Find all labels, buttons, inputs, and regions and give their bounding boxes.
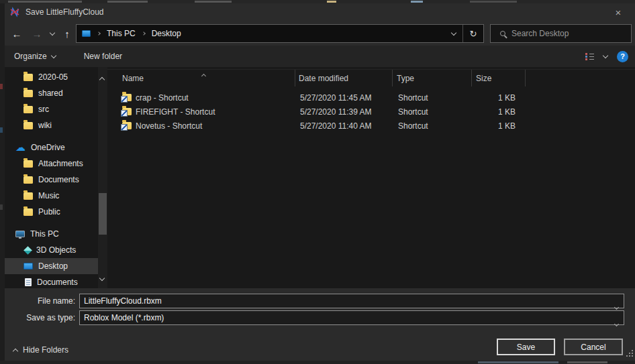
column-divider[interactable] [525, 70, 526, 86]
cancel-button[interactable]: Cancel [564, 339, 623, 355]
sidebar-scrollbar[interactable] [98, 67, 107, 288]
sidebar-item-attachments[interactable]: Attachments [5, 156, 99, 172]
breadcrumb-this-pc[interactable]: This PC [103, 29, 140, 38]
column-header-type[interactable]: Type [397, 70, 414, 86]
folder-icon [23, 176, 33, 184]
new-folder-label: New folder [84, 52, 122, 61]
screen: Save LittleFluffyCloud × ← → ↑ This PC D… [0, 0, 635, 364]
breadcrumb-desktop[interactable]: Desktop [148, 29, 185, 38]
search-box[interactable] [490, 24, 632, 43]
sidebar-item-documents[interactable]: Documents [5, 274, 99, 288]
address-row: ← → ↑ This PC Desktop ↻ [5, 21, 635, 46]
column-header-size[interactable]: Size [476, 70, 491, 86]
forward-button[interactable]: → [28, 25, 46, 42]
address-dropdown-chevron[interactable] [445, 25, 462, 42]
new-folder-button[interactable]: New folder [84, 52, 122, 61]
file-row[interactable]: FIREFIGHT - Shortcut5/27/2020 11:39 AMSh… [107, 105, 635, 119]
scroll-down-icon[interactable] [100, 271, 104, 283]
folder-icon [23, 160, 33, 168]
background-app-left-strip [0, 3, 5, 361]
up-button[interactable]: ↑ [58, 25, 76, 42]
size-cell: 1 KB [471, 105, 516, 119]
organize-button[interactable]: Organize [14, 52, 56, 61]
shortcut-file-icon [122, 90, 132, 105]
address-bar[interactable]: This PC Desktop ↻ [76, 24, 484, 43]
bottom-panel: File name: Save as type: Roblox Model (*… [5, 288, 635, 361]
folder-icon [23, 106, 33, 113]
close-button[interactable]: × [607, 3, 630, 21]
scrollbar-thumb[interactable] [99, 193, 107, 235]
sidebar-item-label: Documents [37, 278, 78, 287]
file-name-cell: FIREFIGHT - Shortcut [136, 105, 215, 119]
column-divider[interactable] [471, 70, 472, 86]
sidebar-item-2020-05[interactable]: 2020-05 [5, 69, 99, 85]
file-name-input[interactable] [80, 296, 597, 306]
save-file-dialog: Save LittleFluffyCloud × ← → ↑ This PC D… [5, 3, 635, 361]
folder-icon [23, 90, 33, 97]
sidebar-item-label: wiki [38, 121, 52, 130]
column-divider[interactable] [392, 70, 393, 86]
type-cell: Shortcut [398, 105, 428, 119]
column-header-name[interactable]: Name [122, 70, 144, 86]
view-options-chevron[interactable] [603, 52, 608, 58]
sidebar-item-this-pc[interactable]: This PC [5, 226, 99, 242]
chevron-down-icon [50, 52, 56, 58]
sidebar-item-label: 3D Objects [36, 245, 76, 255]
shortcut-icon [122, 108, 132, 115]
sidebar-item-label: src [38, 105, 49, 114]
chevron-up-icon [13, 349, 18, 354]
novetus-app-icon [9, 7, 20, 17]
sidebar-item-label: Desktop [38, 261, 68, 271]
sidebar-item-desktop[interactable]: Desktop [5, 258, 99, 274]
size-cell: 1 KB [471, 119, 516, 133]
search-icon [500, 31, 505, 36]
dialog-title: Save LittleFluffyCloud [26, 7, 104, 17]
sidebar-item-wiki[interactable]: wiki [5, 117, 99, 133]
organize-label: Organize [14, 52, 47, 61]
help-icon[interactable]: ? [617, 51, 628, 62]
file-row[interactable]: crap - Shortcut5/27/2020 11:45 AMShortcu… [107, 90, 635, 105]
sidebar-item-label: shared [38, 88, 63, 98]
sidebar-item-3d-objects[interactable]: 3D Objects [5, 242, 99, 258]
sidebar-item-label: Public [38, 207, 60, 217]
sidebar-group-gap [5, 220, 107, 226]
sidebar-item-onedrive[interactable]: ☁OneDrive [5, 139, 99, 156]
main-region: 2020-05sharedsrcwiki☁OneDriveAttachments… [5, 67, 635, 288]
sidebar-item-music[interactable]: Music [5, 188, 99, 204]
refresh-button[interactable]: ↻ [463, 25, 483, 42]
save-as-type-value: Roblox Model (*.rbxm) [80, 313, 164, 322]
column-divider[interactable] [295, 70, 295, 86]
file-name-combo[interactable] [79, 294, 624, 308]
back-button[interactable]: ← [7, 25, 26, 42]
document-icon [25, 278, 32, 286]
date-modified-cell: 5/27/2020 11:45 AM [300, 90, 372, 105]
sidebar-item-documents[interactable]: Documents [5, 172, 99, 188]
scroll-up-icon[interactable] [100, 72, 104, 84]
sidebar-item-src[interactable]: src [5, 101, 99, 117]
file-list-pane: Name Date modified Type Size crap - Shor… [107, 67, 635, 288]
sidebar-item-public[interactable]: Public [5, 204, 99, 220]
sidebar-item-label: OneDrive [31, 143, 65, 152]
folder-icon [23, 122, 33, 129]
chevron-down-icon[interactable] [615, 316, 618, 328]
sidebar-item-label: This PC [30, 229, 59, 239]
save-as-type-select[interactable]: Roblox Model (*.rbxm) [79, 310, 624, 325]
sidebar-item-label: Attachments [38, 159, 83, 168]
type-cell: Shortcut [398, 119, 428, 133]
recent-locations-chevron[interactable] [46, 25, 58, 42]
shortcut-icon [122, 94, 132, 101]
column-header-date[interactable]: Date modified [299, 70, 348, 86]
pc-monitor-icon [15, 231, 25, 237]
sidebar-group-gap [5, 133, 107, 139]
onedrive-cloud-icon: ☁ [15, 143, 26, 151]
sidebar-item-label: Documents [38, 175, 79, 184]
resize-grip[interactable] [625, 349, 633, 357]
hide-folders-button[interactable]: Hide Folders [13, 345, 68, 355]
save-button[interactable]: Save [497, 339, 555, 355]
details-view-icon[interactable] [585, 52, 594, 60]
sort-ascending-icon [202, 68, 205, 80]
background-app-bottom-strip [0, 361, 635, 364]
search-input[interactable] [511, 29, 612, 38]
sidebar-item-shared[interactable]: shared [5, 85, 99, 101]
file-row[interactable]: Novetus - Shortcut5/27/2020 11:40 AMShor… [107, 119, 635, 133]
